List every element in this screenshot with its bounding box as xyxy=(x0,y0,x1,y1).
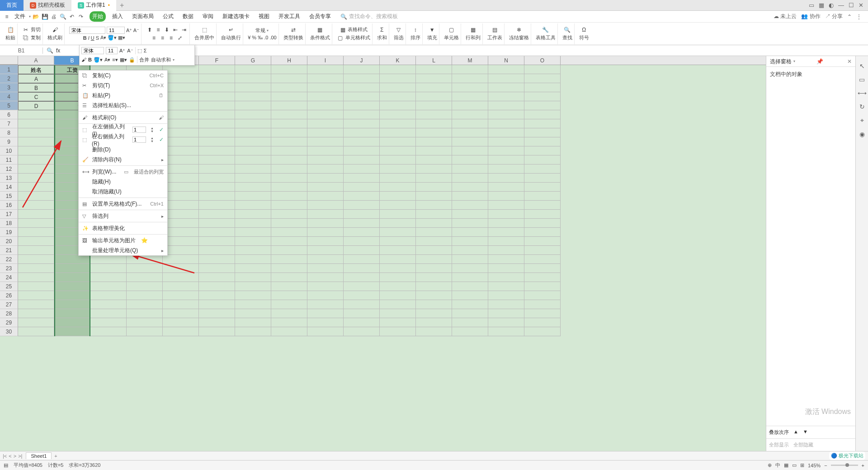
cell[interactable] xyxy=(380,228,416,237)
cell[interactable] xyxy=(271,146,307,155)
cell[interactable] xyxy=(271,210,307,219)
cell[interactable] xyxy=(380,327,416,336)
cell[interactable] xyxy=(416,264,452,273)
col-header-M[interactable]: M xyxy=(452,56,488,65)
cell[interactable] xyxy=(452,65,488,74)
menu-table-beautify[interactable]: ✨表格整理美化 xyxy=(79,223,167,233)
cell[interactable] xyxy=(380,192,416,201)
user-icon[interactable]: ◐ xyxy=(829,2,834,9)
cell[interactable] xyxy=(452,237,488,246)
cell[interactable] xyxy=(344,65,380,74)
cell[interactable] xyxy=(307,327,344,336)
cell[interactable] xyxy=(307,210,344,219)
cell[interactable] xyxy=(307,273,344,282)
view-page-icon[interactable]: ▭ xyxy=(792,462,797,468)
ribbon-tab-new[interactable]: 新建选项卡 xyxy=(220,11,252,22)
indent-inc-icon[interactable]: ⇥ xyxy=(180,26,188,33)
cell[interactable] xyxy=(199,164,235,174)
row-header[interactable]: 4 xyxy=(0,92,18,101)
row-header[interactable]: 29 xyxy=(0,318,18,327)
cell[interactable] xyxy=(416,110,452,119)
cell[interactable] xyxy=(416,210,452,219)
cell[interactable] xyxy=(524,291,561,300)
hamburger-icon[interactable]: ≡ xyxy=(3,13,11,21)
cell[interactable] xyxy=(199,282,235,291)
ribbon-tab-layout[interactable]: 页面布局 xyxy=(129,11,156,22)
mini-format-brush-icon[interactable]: 🖌 xyxy=(81,57,86,62)
cell[interactable] xyxy=(344,327,380,336)
cell[interactable] xyxy=(54,300,90,309)
cell[interactable] xyxy=(380,155,416,164)
row-header[interactable]: 7 xyxy=(0,119,18,128)
cell[interactable] xyxy=(416,309,452,318)
close-icon[interactable]: ✕ xyxy=(859,2,863,9)
cell[interactable] xyxy=(524,65,561,74)
cell[interactable] xyxy=(235,246,271,255)
cell[interactable] xyxy=(18,210,54,219)
cell[interactable] xyxy=(163,282,199,291)
cell[interactable] xyxy=(235,164,271,174)
cell[interactable] xyxy=(380,101,416,110)
cell[interactable] xyxy=(307,146,344,155)
cell[interactable] xyxy=(18,155,54,164)
cell[interactable] xyxy=(524,74,561,83)
cell[interactable] xyxy=(488,291,524,300)
cell[interactable] xyxy=(452,83,488,92)
cell[interactable] xyxy=(163,273,199,282)
cell[interactable] xyxy=(307,83,344,92)
cell[interactable] xyxy=(307,92,344,101)
cell[interactable] xyxy=(235,110,271,119)
cell[interactable] xyxy=(380,282,416,291)
cell[interactable] xyxy=(235,273,271,282)
cell[interactable] xyxy=(344,264,380,273)
cell[interactable] xyxy=(235,74,271,83)
layout-icon[interactable]: ▭ xyxy=(809,2,814,9)
cell[interactable] xyxy=(488,264,524,273)
menu-filter-col[interactable]: ▽筛选列▸ xyxy=(79,211,167,221)
cell[interactable] xyxy=(524,174,561,183)
cell[interactable] xyxy=(18,183,54,192)
cell[interactable] xyxy=(416,201,452,210)
cell[interactable] xyxy=(344,228,380,237)
cell[interactable] xyxy=(452,119,488,128)
cell[interactable] xyxy=(271,101,307,110)
row-header[interactable]: 21 xyxy=(0,246,18,255)
cell[interactable] xyxy=(380,291,416,300)
cell[interactable] xyxy=(416,327,452,336)
select-all-corner[interactable] xyxy=(0,56,18,65)
cell[interactable] xyxy=(488,119,524,128)
cell[interactable] xyxy=(271,65,307,74)
cell[interactable] xyxy=(307,155,344,164)
cell[interactable] xyxy=(235,119,271,128)
worksheet-icon[interactable]: ▤ xyxy=(491,26,498,33)
row-header[interactable]: 11 xyxy=(0,155,18,164)
search-box[interactable]: 🔍 查找命令、搜索模板 xyxy=(340,13,398,20)
cell[interactable] xyxy=(199,65,235,74)
menu-paste[interactable]: 📋粘贴(P)🗒 xyxy=(79,90,167,100)
sheet-tab-1[interactable]: Sheet1 xyxy=(26,452,52,459)
cell[interactable] xyxy=(271,119,307,128)
cell[interactable] xyxy=(235,83,271,92)
col-header-G[interactable]: G xyxy=(235,56,271,65)
cell[interactable] xyxy=(54,318,90,327)
cell[interactable] xyxy=(271,228,307,237)
cell[interactable] xyxy=(452,210,488,219)
cell[interactable] xyxy=(199,192,235,201)
cell[interactable] xyxy=(488,164,524,174)
row-header[interactable]: 15 xyxy=(0,192,18,201)
menu-unhide[interactable]: 取消隐藏(U) xyxy=(79,187,167,197)
col-header-O[interactable]: O xyxy=(524,56,561,65)
menu-cut[interactable]: ✂剪切(T)Ctrl+X xyxy=(79,80,167,90)
cell[interactable] xyxy=(18,119,54,128)
orientation-icon[interactable]: ⤢ xyxy=(176,34,184,42)
row-header[interactable]: 3 xyxy=(0,83,18,92)
cell[interactable] xyxy=(163,219,199,228)
cell[interactable] xyxy=(307,110,344,119)
cell[interactable] xyxy=(199,318,235,327)
cell[interactable] xyxy=(54,264,90,273)
cell[interactable] xyxy=(488,246,524,255)
cell[interactable] xyxy=(163,110,199,119)
cell[interactable] xyxy=(307,264,344,273)
cell[interactable] xyxy=(524,183,561,192)
cell[interactable] xyxy=(452,255,488,264)
